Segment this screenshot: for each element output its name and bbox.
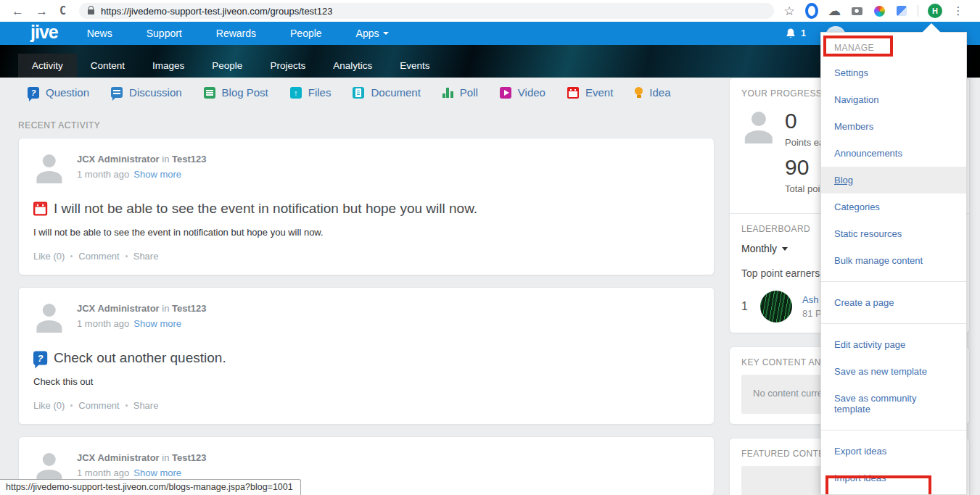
- author-link[interactable]: JCX Administrator: [77, 303, 160, 314]
- post-title-link[interactable]: I will not be able to see the event in n…: [33, 201, 699, 217]
- toolbar-icons: ☆ ☁ H ⋮: [783, 4, 965, 18]
- action-label: Video: [518, 86, 545, 99]
- avatar: [33, 301, 65, 333]
- menu-item-save-as-community-template[interactable]: Save as community template: [821, 385, 966, 423]
- comment-link[interactable]: Comment: [78, 251, 119, 262]
- tab-images[interactable]: Images: [139, 54, 198, 78]
- post-time-row: 1 month agoShow more: [77, 318, 206, 329]
- cloud-icon[interactable]: ☁: [828, 4, 841, 17]
- show-more-link[interactable]: Show more: [133, 318, 181, 329]
- back-icon[interactable]: ←: [12, 5, 24, 17]
- create-idea-link[interactable]: Idea: [635, 86, 670, 99]
- action-label: Poll: [460, 86, 478, 99]
- menu-item-import-ideas[interactable]: Import ideas: [821, 465, 966, 491]
- create-discussion-link[interactable]: Discussion: [111, 86, 182, 99]
- tab-people[interactable]: People: [198, 54, 256, 78]
- tab-events[interactable]: Events: [386, 54, 443, 78]
- camera-icon[interactable]: [850, 4, 863, 17]
- place-link[interactable]: Test123: [172, 452, 206, 463]
- menu-item-create-a-page[interactable]: Create a page: [821, 289, 966, 316]
- tab-analytics[interactable]: Analytics: [319, 54, 386, 78]
- action-label: Idea: [649, 86, 670, 99]
- notification-count-badge: 1: [801, 28, 806, 38]
- bookmark-star-icon[interactable]: ☆: [783, 4, 796, 17]
- post-timestamp: 1 month ago: [77, 169, 129, 180]
- nav-item-apps[interactable]: Apps: [356, 28, 389, 39]
- extension-icon[interactable]: [895, 4, 908, 17]
- place-link[interactable]: Test123: [172, 303, 206, 314]
- nav-item-label: Rewards: [216, 28, 256, 39]
- nav-item-label: Support: [147, 28, 182, 39]
- menu-item-edit-activity-page[interactable]: Edit activity page: [821, 331, 966, 358]
- create-event-link[interactable]: Event: [567, 86, 613, 99]
- avatar: [33, 450, 65, 482]
- notifications-button[interactable]: 1: [785, 22, 806, 45]
- show-more-link[interactable]: Show more: [133, 169, 181, 180]
- create-poll-link[interactable]: Poll: [442, 86, 478, 99]
- action-label: Discussion: [129, 86, 182, 99]
- browser-profile-avatar[interactable]: H: [928, 4, 942, 18]
- menu-item-members[interactable]: Members: [821, 113, 966, 140]
- post-header: JCX Administrator in Test1231 month agoS…: [33, 450, 699, 482]
- jive-nav-items: NewsSupportRewardsPeopleApps: [87, 28, 389, 39]
- menu-item-export-ideas[interactable]: Export ideas: [821, 438, 966, 465]
- tab-projects[interactable]: Projects: [256, 54, 319, 78]
- share-link[interactable]: Share: [133, 400, 159, 411]
- post-header: JCX Administrator in Test1231 month agoS…: [33, 301, 699, 333]
- post-time-row: 1 month agoShow more: [77, 467, 206, 478]
- tab-content[interactable]: Content: [77, 54, 139, 78]
- event-icon: [33, 201, 47, 215]
- dot-separator: [125, 255, 128, 257]
- lock-icon: [88, 9, 94, 14]
- author-link[interactable]: JCX Administrator: [77, 452, 160, 463]
- menu-item-categories[interactable]: Categories: [821, 194, 966, 220]
- like-link[interactable]: Like (0): [33, 251, 65, 262]
- show-more-link[interactable]: Show more: [133, 467, 181, 478]
- blue-ring-icon[interactable]: [805, 4, 818, 17]
- url-text[interactable]: https://jivedemo-support-test.jiveon.com…: [101, 6, 332, 17]
- place-link[interactable]: Test123: [172, 154, 206, 165]
- menu-item-save-as-new-template[interactable]: Save as new template: [821, 358, 966, 385]
- post-title-link[interactable]: ?Check out another question.: [33, 350, 699, 366]
- post-body: Check this out: [33, 376, 699, 387]
- create-blogpost-link[interactable]: Blog Post: [204, 86, 268, 99]
- author-link[interactable]: JCX Administrator: [77, 154, 160, 165]
- browser-menu-icon[interactable]: ⋮: [952, 4, 965, 17]
- like-link[interactable]: Like (0): [33, 400, 65, 411]
- tab-activity[interactable]: Activity: [18, 54, 77, 78]
- create-video-link[interactable]: Video: [500, 86, 545, 99]
- comment-link[interactable]: Comment: [78, 400, 119, 411]
- post-meta: JCX Administrator in Test1231 month agoS…: [77, 450, 206, 482]
- forward-icon[interactable]: →: [36, 5, 48, 17]
- create-document-link[interactable]: Document: [353, 86, 420, 99]
- create-question-link[interactable]: ?Question: [28, 86, 89, 99]
- menu-item-settings[interactable]: Settings: [821, 59, 966, 86]
- dot-separator: [70, 255, 73, 257]
- nav-item-rewards[interactable]: Rewards: [216, 28, 256, 39]
- nav-item-label: People: [290, 28, 322, 39]
- create-files-link[interactable]: ↑Files: [290, 86, 332, 99]
- manage-dropdown: MANAGE SettingsNavigationMembersAnnounce…: [820, 32, 967, 495]
- action-label: Document: [371, 86, 420, 99]
- question-icon: ?: [33, 351, 47, 365]
- reload-icon[interactable]: C: [59, 6, 66, 17]
- menu-item-static-resources[interactable]: Static resources: [821, 220, 966, 247]
- menu-item-announcements[interactable]: Announcements: [821, 140, 966, 167]
- menu-item-blog[interactable]: Blog: [821, 167, 966, 194]
- nav-item-news[interactable]: News: [87, 28, 112, 39]
- leaderboard-avatar[interactable]: [760, 291, 792, 323]
- share-link[interactable]: Share: [133, 251, 159, 262]
- color-wheel-icon[interactable]: [873, 4, 886, 17]
- chevron-down-icon: [383, 32, 389, 35]
- address-bar[interactable]: https://jivedemo-support-test.jiveon.com…: [79, 3, 774, 19]
- nav-item-people[interactable]: People: [290, 28, 322, 39]
- menu-item-navigation[interactable]: Navigation: [821, 86, 966, 113]
- nav-item-support[interactable]: Support: [147, 28, 182, 39]
- bell-icon: [785, 28, 796, 39]
- menu-item-bulk-manage-content[interactable]: Bulk manage content: [821, 247, 966, 274]
- discussion-icon: [111, 87, 123, 98]
- group-tabs: ActivityContentImagesPeopleProjectsAnaly…: [18, 54, 443, 78]
- post-timestamp: 1 month ago: [77, 318, 129, 329]
- jive-logo[interactable]: jive: [30, 23, 58, 43]
- leaderboard-period-value: Monthly: [741, 243, 777, 254]
